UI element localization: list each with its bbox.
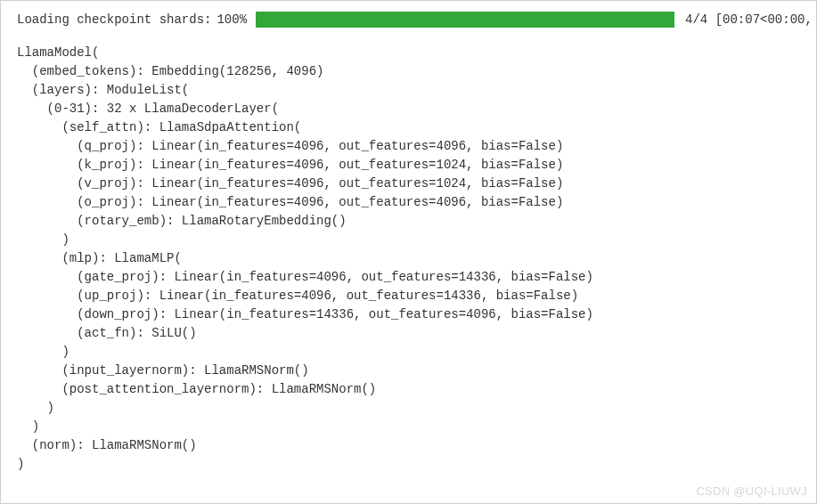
progress-bar [256,12,674,28]
progress-stats: 4/4 [00:07<00:00, 1.61s/it] [685,12,817,27]
progress-row: Loading checkpoint shards: 100% 4/4 [00:… [17,12,800,28]
model-output: LlamaModel( (embed_tokens): Embedding(12… [17,44,800,474]
progress-percent: 100% [217,12,247,27]
watermark: CSDN @UQI-LIUWJ [696,484,807,498]
progress-label: Loading checkpoint shards: [17,12,211,27]
